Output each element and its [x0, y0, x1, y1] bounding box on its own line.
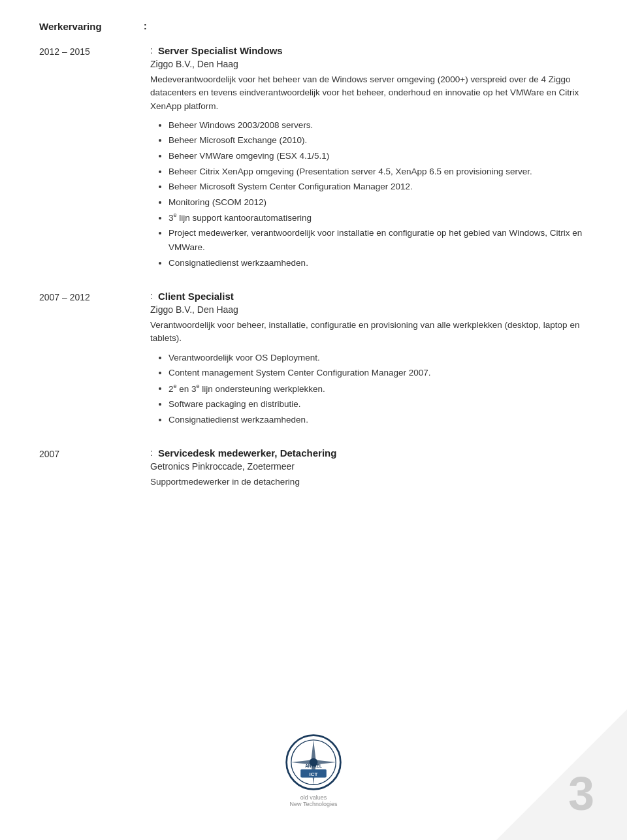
- section-years-1: 2012 – 2015: [39, 45, 144, 271]
- bullet-item: Consignatiedienst werkzaamheden.: [169, 413, 588, 427]
- company-1: Ziggo B.V., Den Haag: [150, 59, 588, 69]
- bullet-item: Beheer Windows 2003/2008 servers.: [169, 118, 588, 133]
- bullet-list-2: Verantwoordelijk voor OS Deployment. Con…: [150, 351, 588, 427]
- bullet-item: 2e en 3e lijn ondersteuning werkplekken.: [169, 381, 588, 396]
- logo-tagline: old values New Technologies: [290, 794, 338, 807]
- bullet-item: Project medewerker, verantwoordelijk voo…: [169, 226, 588, 254]
- decorative-triangle: [496, 709, 627, 840]
- company-2: Ziggo B.V., Den Haag: [150, 304, 588, 315]
- bullet-item: Beheer Microsoft System Center Configura…: [169, 180, 588, 194]
- bullet-item: Beheer Citrix XenApp omgeving (Presentat…: [169, 165, 588, 179]
- bullet-item: Verantwoordelijk voor OS Deployment.: [169, 351, 588, 365]
- section-client-specialist: 2007 – 2012 : Client Specialist Ziggo B.…: [39, 291, 588, 428]
- logo-container: ICT ANTREL old values New Technologies: [284, 733, 343, 807]
- section-content-2: : Client Specialist Ziggo B.V., Den Haag…: [144, 291, 588, 428]
- job-title-1: Server Specialist Windows: [158, 45, 283, 56]
- description-1: Medeverantwoordelijk voor het beheer van…: [150, 73, 588, 113]
- page-container: Werkervaring : 2012 – 2015 : Server Spec…: [0, 0, 627, 840]
- bullet-item: Content management System Center Configu…: [169, 366, 588, 380]
- section-server-specialist: 2012 – 2015 : Server Specialist Windows …: [39, 45, 588, 271]
- bullet-list-1: Beheer Windows 2003/2008 servers. Beheer…: [150, 118, 588, 270]
- job-title-2: Client Specialist: [158, 291, 234, 302]
- bullet-item: Beheer VMWare omgeving (ESX 4.1/5.1): [169, 149, 588, 163]
- section-header-1: : Server Specialist Windows: [150, 45, 588, 56]
- bullet-item: Monitoring (SCOM 2012): [169, 195, 588, 210]
- bullet-item: Beheer Microsoft Exchange (2010).: [169, 133, 588, 148]
- company-3: Getronics Pinkroccade, Zoetermeer: [150, 461, 588, 472]
- bullet-item: Software packaging en distributie.: [169, 397, 588, 412]
- werkervaring-label: Werkervaring: [39, 20, 144, 32]
- bullet-item: Consignatiedienst werkzaamheden.: [169, 256, 588, 270]
- section-header-2: : Client Specialist: [150, 291, 588, 302]
- section-years-2: 2007 – 2012: [39, 291, 144, 428]
- svg-text:ICT: ICT: [309, 771, 317, 777]
- section-years-3: 2007: [39, 447, 144, 494]
- job-title-3: Servicedesk medewerker, Detachering: [158, 447, 337, 459]
- section-content-1: : Server Specialist Windows Ziggo B.V., …: [144, 45, 588, 271]
- description-3: Supportmedewerker in de detachering: [150, 476, 588, 489]
- bullet-item: 3e lijn support kantoorautomatisering: [169, 210, 588, 225]
- company-logo: ICT ANTREL: [284, 733, 343, 792]
- page-number: 3: [568, 767, 594, 820]
- werkervaring-section-header: Werkervaring :: [39, 20, 588, 32]
- section-header-3: : Servicedesk medewerker, Detachering: [150, 447, 588, 459]
- werkervaring-colon: :: [144, 20, 147, 32]
- svg-text:ANTREL: ANTREL: [305, 764, 322, 768]
- description-2: Verantwoordelijk voor beheer, installati…: [150, 319, 588, 346]
- section-content-3: : Servicedesk medewerker, Detachering Ge…: [144, 447, 588, 494]
- section-servicedesk: 2007 : Servicedesk medewerker, Detacheri…: [39, 447, 588, 494]
